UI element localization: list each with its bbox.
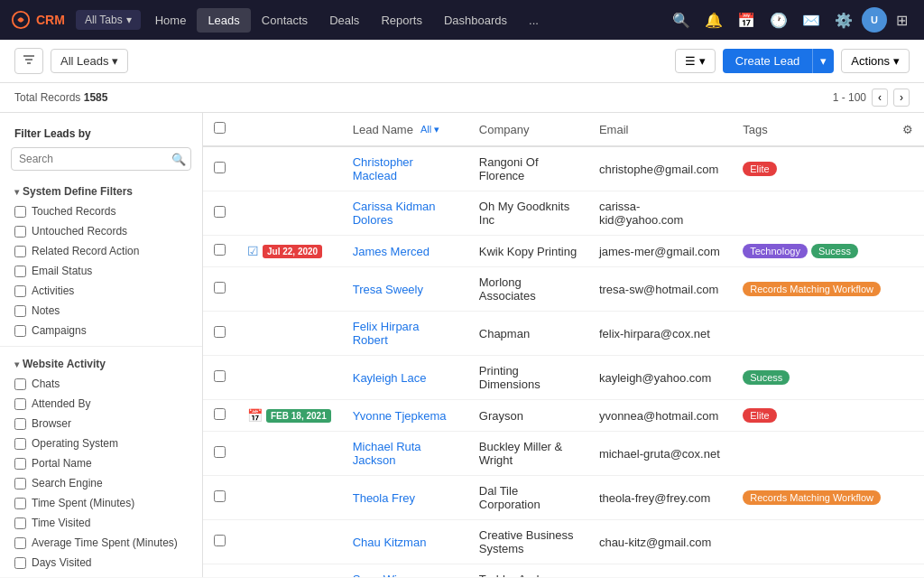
nav-item-contacts[interactable]: Contacts — [251, 8, 319, 33]
clock-icon-button[interactable]: 🕐 — [764, 8, 793, 33]
filter-checkbox[interactable] — [14, 206, 26, 218]
row-checkbox[interactable] — [214, 446, 226, 458]
filter-item-portal-name[interactable]: Portal Name — [0, 453, 202, 473]
nav-item-deals[interactable]: Deals — [319, 8, 370, 33]
prev-page-button[interactable]: ‹ — [872, 89, 888, 107]
filter-checkbox[interactable] — [14, 557, 26, 569]
search-icon-button[interactable]: 🔍 — [667, 8, 696, 33]
filter-item-chats[interactable]: Chats — [0, 374, 202, 394]
lead-name-link[interactable]: Christopher Maclead — [353, 155, 413, 182]
row-checkbox[interactable] — [214, 370, 226, 382]
filter-checkbox[interactable] — [14, 266, 26, 277]
row-checkbox[interactable] — [214, 490, 226, 502]
all-tabs-button[interactable]: All Tabs ▾ — [76, 10, 141, 30]
email-icon-button[interactable]: ✉️ — [797, 8, 826, 33]
activity-date-badge: Jul 22, 2020 — [263, 245, 322, 258]
filter-item-touched-records[interactable]: Touched Records — [0, 201, 202, 221]
website-activity-label: Website Activity — [23, 358, 106, 370]
filter-checkbox[interactable] — [14, 325, 26, 337]
filter-item-related-record-action[interactable]: Related Record Action — [0, 241, 202, 261]
lead-name-link[interactable]: Felix Hirpara Robert — [353, 320, 420, 347]
filter-icon-button[interactable] — [14, 48, 43, 74]
settings-icon-button[interactable]: ⚙️ — [829, 8, 858, 33]
nav-item-reports[interactable]: Reports — [370, 8, 433, 33]
email-cell: felix-hirpara@cox.net — [588, 312, 732, 356]
company-cell: Buckley Miller & Wright — [468, 432, 588, 476]
filter-item-average-time-spent-minutes[interactable]: Average Time Spent (Minutes) — [0, 533, 202, 553]
filter-checkbox[interactable] — [14, 285, 26, 297]
filter-item-activities[interactable]: Activities — [0, 281, 202, 301]
create-lead-button[interactable]: Create Lead — [723, 49, 813, 73]
row-checkbox[interactable] — [214, 206, 226, 218]
filter-checkbox[interactable] — [14, 478, 26, 489]
website-activity-section-header[interactable]: ▾ Website Activity — [0, 352, 202, 374]
row-checkbox[interactable] — [214, 162, 226, 173]
filter-checkbox[interactable] — [14, 378, 26, 390]
filter-checkbox[interactable] — [14, 537, 26, 549]
filter-item-campaigns[interactable]: Campaigns — [0, 321, 202, 340]
row-checkbox[interactable] — [214, 408, 226, 420]
all-leads-button[interactable]: All Leads ▾ — [51, 49, 128, 73]
lead-name-link[interactable]: Michael Ruta Jackson — [353, 440, 421, 467]
filter-item-notes[interactable]: Notes — [0, 301, 202, 321]
row-checkbox-cell — [203, 312, 236, 356]
filter-item-operating-system[interactable]: Operating System — [0, 434, 202, 453]
select-all-checkbox-header[interactable] — [203, 113, 236, 146]
next-page-button[interactable]: › — [893, 89, 910, 107]
filter-item-email-status[interactable]: Email Status — [0, 261, 202, 281]
crm-logo[interactable]: CRM — [11, 10, 65, 30]
filter-item-attended-by[interactable]: Attended By — [0, 394, 202, 414]
system-filters-label: System Define Filters — [23, 185, 133, 198]
search-input[interactable] — [11, 147, 191, 171]
select-all-checkbox[interactable] — [214, 122, 226, 134]
filter-checkbox[interactable] — [14, 517, 26, 529]
actions-button[interactable]: Actions ▾ — [841, 49, 910, 73]
filter-item-time-visited[interactable]: Time Visited — [0, 513, 202, 533]
lead-name-link[interactable]: Kayleigh Lace — [353, 371, 427, 385]
column-settings-icon[interactable]: ⚙ — [902, 123, 913, 136]
lead-name-link[interactable]: Theola Frey — [353, 491, 415, 505]
tags-cell: Records Matching Workflow — [732, 267, 892, 312]
filter-item-search-engine[interactable]: Search Engine — [0, 473, 202, 493]
filter-checkbox[interactable] — [14, 246, 26, 257]
nav-item-...[interactable]: ... — [518, 8, 550, 33]
nav-item-home[interactable]: Home — [144, 8, 198, 33]
row-checkbox[interactable] — [214, 535, 226, 546]
grid-icon-button[interactable]: ⊞ — [891, 8, 913, 33]
lead-name-link[interactable]: Sage Wieser James — [353, 573, 420, 577]
create-lead-dropdown-button[interactable]: ▾ — [812, 49, 834, 73]
lead-name-link[interactable]: Tresa Sweely — [353, 283, 423, 296]
user-avatar[interactable]: U — [862, 7, 887, 33]
column-settings-header[interactable]: ⚙ — [892, 113, 924, 146]
filter-item-browser[interactable]: Browser — [0, 414, 202, 434]
tags-cell: TechnologySucess — [732, 236, 892, 267]
lead-name-link[interactable]: Carissa Kidman Dolores — [353, 200, 436, 227]
view-toggle-button[interactable]: ☰ ▾ — [675, 49, 716, 73]
crm-logo-text: CRM — [36, 13, 65, 27]
row-checkbox[interactable] — [214, 282, 226, 294]
filter-checkbox[interactable] — [14, 458, 26, 470]
company-cell: Rangoni Of Florence — [468, 146, 588, 191]
filter-checkbox[interactable] — [14, 498, 26, 509]
nav-item-dashboards[interactable]: Dashboards — [433, 8, 518, 33]
lead-name-header[interactable]: Lead Name All ▾ — [342, 113, 468, 146]
lead-name-link[interactable]: Chau Kitzman — [353, 536, 427, 549]
filter-item-untouched-records[interactable]: Untouched Records — [0, 221, 202, 241]
lead-name-link[interactable]: Yvonne Tjepkema — [353, 409, 447, 423]
tags-cell — [732, 520, 892, 564]
filter-checkbox[interactable] — [14, 418, 26, 430]
filter-checkbox[interactable] — [14, 226, 26, 238]
row-checkbox[interactable] — [214, 244, 226, 256]
lead-name-link[interactable]: James Merced — [353, 245, 430, 258]
bell-icon-button[interactable]: 🔔 — [699, 8, 728, 33]
calendar-icon-button[interactable]: 📅 — [732, 8, 761, 33]
filter-checkbox[interactable] — [14, 305, 26, 317]
row-checkbox[interactable] — [214, 326, 226, 338]
filter-item-time-spent-minutes[interactable]: Time Spent (Minutes) — [0, 493, 202, 513]
nav-item-leads[interactable]: Leads — [197, 8, 250, 33]
filter-checkbox[interactable] — [14, 398, 26, 410]
system-filters-section-header[interactable]: ▾ System Define Filters — [0, 180, 202, 201]
filter-item-days-visited[interactable]: Days Visited — [0, 553, 202, 573]
lead-name-all-filter[interactable]: All ▾ — [420, 124, 439, 135]
filter-checkbox[interactable] — [14, 438, 26, 450]
